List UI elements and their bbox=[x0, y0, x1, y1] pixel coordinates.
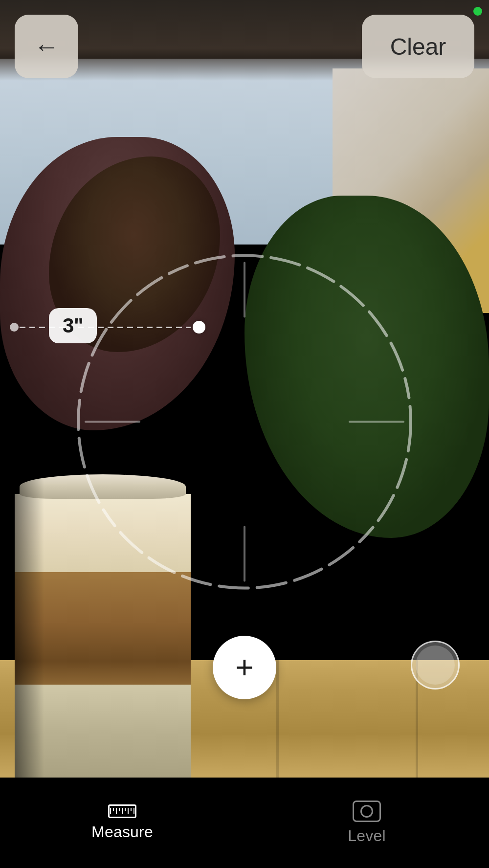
level-icon bbox=[353, 801, 381, 822]
measure-line-container bbox=[10, 323, 205, 333]
plus-icon: + bbox=[235, 652, 253, 683]
measurement-value: 3" bbox=[63, 314, 83, 337]
tab-measure[interactable]: Measure bbox=[0, 804, 244, 841]
back-button[interactable]: ← bbox=[15, 15, 78, 78]
photo-button-inner bbox=[416, 645, 455, 685]
measure-dotted-line bbox=[20, 327, 191, 328]
measure-point-start bbox=[10, 323, 19, 332]
photo-button[interactable] bbox=[411, 641, 460, 690]
clear-button-label: Clear bbox=[390, 33, 446, 60]
back-arrow-icon: ← bbox=[34, 32, 59, 61]
level-bubble bbox=[360, 805, 373, 818]
ruler-icon bbox=[108, 804, 136, 818]
bottom-toolbar: Measure Level bbox=[0, 778, 489, 868]
measure-tab-label: Measure bbox=[91, 823, 153, 841]
level-tab-label: Level bbox=[348, 827, 386, 845]
tab-level[interactable]: Level bbox=[244, 801, 489, 845]
ar-reticle bbox=[61, 239, 428, 605]
clear-button[interactable]: Clear bbox=[362, 15, 474, 78]
green-dot bbox=[473, 7, 482, 16]
measure-point-end bbox=[193, 321, 205, 334]
camera-view: 3" + bbox=[0, 0, 489, 807]
add-point-button[interactable]: + bbox=[213, 636, 276, 699]
measurement-label[interactable]: 3" bbox=[49, 308, 97, 343]
